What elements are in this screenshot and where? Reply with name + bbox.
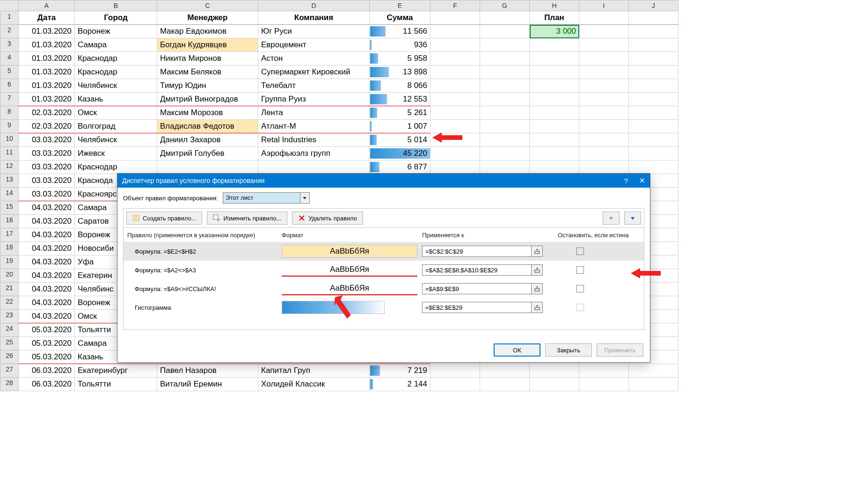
cell[interactable]	[430, 52, 480, 66]
cell[interactable]: Казань	[75, 93, 157, 106]
cell[interactable]: 45 220	[370, 147, 430, 160]
cell[interactable]	[480, 378, 530, 391]
row-header[interactable]: 16	[0, 215, 19, 228]
cell[interactable]: 01.03.2020	[19, 66, 75, 79]
cell[interactable]	[629, 160, 678, 174]
header-cell[interactable]: Менеджер	[157, 11, 258, 25]
cell[interactable]	[530, 93, 579, 106]
cell[interactable]: 06.03.2020	[19, 378, 75, 391]
cell[interactable]: 01.03.2020	[19, 93, 75, 106]
row-header[interactable]: 12	[0, 160, 19, 174]
cell[interactable]	[480, 133, 530, 147]
cell[interactable]	[579, 52, 629, 66]
cell[interactable]	[579, 38, 629, 52]
applies-to-field[interactable]	[423, 302, 531, 313]
row-header[interactable]: 26	[0, 350, 19, 364]
cell[interactable]	[530, 378, 579, 391]
applies-to-field[interactable]	[423, 265, 531, 275]
cell[interactable]	[530, 147, 579, 160]
help-icon[interactable]: ?	[624, 177, 628, 185]
header-cell[interactable]	[629, 11, 678, 25]
cell[interactable]	[579, 364, 629, 378]
cell[interactable]: 04.03.2020	[19, 269, 75, 283]
cell[interactable]	[579, 133, 629, 147]
row-header[interactable]: 22	[0, 296, 19, 310]
cell[interactable]: 04.03.2020	[19, 255, 75, 269]
cell[interactable]	[530, 364, 579, 378]
close-icon[interactable]: ✕	[639, 176, 645, 185]
edit-rule-button[interactable]: Изменить правило...	[207, 212, 287, 225]
cell[interactable]: Омск	[75, 106, 157, 120]
stop-if-true-checkbox[interactable]	[576, 248, 584, 255]
cell[interactable]	[629, 364, 678, 378]
cell[interactable]: Дмитрий Голубев	[157, 147, 258, 160]
cell[interactable]: Группа Руиз	[258, 93, 370, 106]
cell[interactable]	[579, 160, 629, 174]
cell[interactable]: Астон	[258, 52, 370, 66]
row-header[interactable]: 9	[0, 120, 19, 133]
rule-row[interactable]: Формула: =$E2<$H$2АаВbБбЯя	[124, 242, 644, 261]
cell[interactable]	[430, 38, 480, 52]
applies-to-input[interactable]	[422, 302, 543, 313]
column-header[interactable]: B	[75, 0, 157, 11]
cell[interactable]: Капитал Груп	[258, 364, 370, 378]
cell[interactable]	[430, 79, 480, 93]
row-header[interactable]: 10	[0, 133, 19, 147]
select-all-cell[interactable]	[0, 0, 19, 11]
cell[interactable]: 01.03.2020	[19, 38, 75, 52]
cell[interactable]: Воронеж	[75, 25, 157, 38]
cell[interactable]	[579, 66, 629, 79]
row-header[interactable]: 4	[0, 52, 19, 66]
cell[interactable]: Аэрофьюэлз групп	[258, 147, 370, 160]
cell[interactable]: 6 877	[370, 160, 430, 174]
row-header[interactable]: 14	[0, 188, 19, 201]
cell[interactable]: 13 898	[370, 66, 430, 79]
rule-row[interactable]: Гистограмма	[124, 298, 644, 317]
row-header[interactable]: 5	[0, 66, 19, 79]
cell[interactable]	[430, 378, 480, 391]
column-header[interactable]: J	[629, 0, 678, 11]
cell[interactable]	[629, 93, 678, 106]
cell[interactable]: 5 261	[370, 106, 430, 120]
cell[interactable]: 05.03.2020	[19, 350, 75, 364]
range-selector-icon[interactable]	[531, 302, 542, 313]
cell[interactable]: 04.03.2020	[19, 215, 75, 228]
cell[interactable]: 05.03.2020	[19, 323, 75, 337]
cell[interactable]	[530, 38, 579, 52]
cell[interactable]	[480, 66, 530, 79]
cell[interactable]: Холидей Классик	[258, 378, 370, 391]
cell[interactable]: Тольятти	[75, 378, 157, 391]
cell[interactable]	[480, 120, 530, 133]
cell[interactable]: Лента	[258, 106, 370, 120]
cell[interactable]: 03.03.2020	[19, 160, 75, 174]
cell[interactable]: Владислав Федотов	[157, 120, 258, 133]
rule-row[interactable]: Формула: =$A9<>#ССЫЛКА!АаВbБбЯя	[124, 279, 644, 298]
cell[interactable]: 11 566	[370, 25, 430, 38]
cell[interactable]	[258, 160, 370, 174]
cell[interactable]: 8 066	[370, 79, 430, 93]
cell[interactable]	[480, 106, 530, 120]
header-cell[interactable]	[579, 11, 629, 25]
applies-to-input[interactable]	[422, 283, 543, 294]
cell[interactable]: Краснодар	[75, 160, 157, 174]
cell[interactable]: Retal Industries	[258, 133, 370, 147]
row-header[interactable]: 21	[0, 283, 19, 296]
cell[interactable]: Максим Морозов	[157, 106, 258, 120]
column-header[interactable]: A	[19, 0, 75, 11]
cell[interactable]: 04.03.2020	[19, 310, 75, 323]
cell[interactable]	[629, 52, 678, 66]
row-header[interactable]: 18	[0, 242, 19, 255]
cell[interactable]	[629, 25, 678, 38]
cell[interactable]: 02.03.2020	[19, 106, 75, 120]
cell[interactable]: 03.03.2020	[19, 133, 75, 147]
cell[interactable]: Волгоград	[75, 120, 157, 133]
cell[interactable]	[480, 93, 530, 106]
cell[interactable]	[530, 106, 579, 120]
cell[interactable]: 2 144	[370, 378, 430, 391]
cell[interactable]: Макар Евдокимов	[157, 25, 258, 38]
column-header[interactable]: C	[157, 0, 258, 11]
cell[interactable]	[629, 378, 678, 391]
apply-button[interactable]: Применить	[597, 343, 643, 357]
cell[interactable]	[157, 160, 258, 174]
header-cell[interactable]: Компания	[258, 11, 370, 25]
